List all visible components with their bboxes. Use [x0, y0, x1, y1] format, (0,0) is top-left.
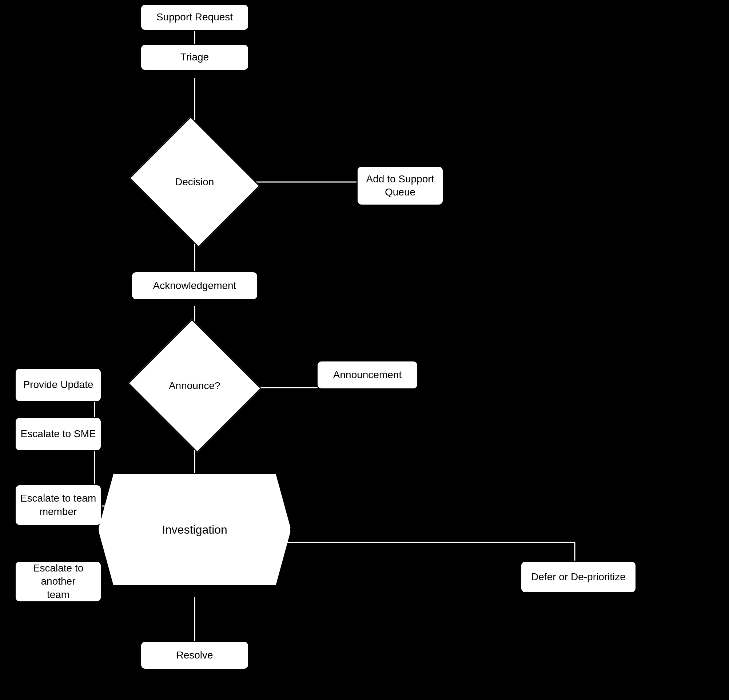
add-support-queue-node: Add to Support Queue [356, 166, 444, 206]
resolve-node: Resolve [140, 641, 249, 670]
support-request-node: Support Request [140, 4, 249, 31]
provide-update-node: Provide Update [15, 368, 102, 402]
announcement-node: Announcement [317, 360, 418, 390]
connector-lines [0, 0, 729, 700]
escalate-another-team-node: Escalate to another team [15, 560, 102, 602]
escalate-team-member-node: Escalate to team member [15, 484, 102, 526]
triage-node: Triage [140, 44, 249, 71]
flowchart: Support Request Triage Decision Add to S… [0, 0, 729, 700]
acknowledgement-node: Acknowledgement [131, 271, 258, 300]
investigation-node: Investigation [98, 473, 291, 586]
defer-deprioritize-node: Defer or De-prioritize [520, 560, 637, 593]
escalate-sme-node: Escalate to SME [15, 417, 102, 451]
